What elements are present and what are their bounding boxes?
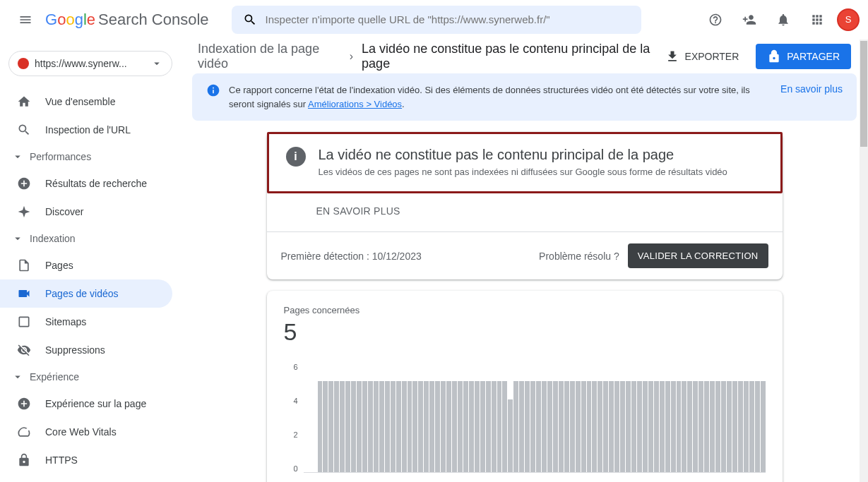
property-favicon — [18, 58, 29, 69]
nav-label: Sitemaps — [45, 316, 86, 327]
product-name: Search Console — [98, 11, 209, 29]
export-label: EXPORTER — [685, 51, 739, 62]
video-icon — [17, 287, 31, 301]
header-actions: S — [701, 6, 860, 34]
nav-label: Pages de vidéos — [45, 288, 119, 299]
download-icon — [665, 49, 679, 64]
chevron-down-icon — [11, 370, 24, 383]
nav-pages[interactable]: Pages — [0, 251, 172, 279]
chevron-down-icon — [11, 150, 24, 163]
section-indexation[interactable]: Indexation — [0, 226, 181, 251]
help-icon — [708, 13, 723, 27]
nav-label: Suppressions — [45, 344, 105, 356]
section-title: Expérience — [30, 371, 79, 382]
section-experience[interactable]: Expérience — [0, 364, 181, 390]
visibility-off-icon — [17, 343, 31, 357]
issue-learn-more[interactable]: EN SAVOIR PLUS — [316, 205, 400, 217]
chart-plot — [304, 363, 766, 473]
issue-card: i La vidéo ne constitue pas le contenu p… — [267, 132, 783, 279]
metric-label: Pages concernées — [284, 305, 766, 315]
home-icon — [17, 95, 31, 109]
apps-grid-icon — [810, 13, 824, 27]
app-header: Google Search Console S — [0, 0, 868, 40]
bell-icon — [776, 13, 790, 27]
nav-label: Expérience sur la page — [45, 398, 146, 409]
plus-circle-icon — [17, 397, 31, 411]
search-icon — [17, 123, 31, 137]
sidebar: https://www.synerw... Vue d'ensemble Ins… — [0, 40, 181, 482]
banner-link[interactable]: Améliorations > Vidéos — [308, 99, 402, 109]
resolved-text: Problème résolu ? — [539, 251, 619, 262]
page-icon — [17, 258, 31, 272]
nav-label: Vue d'ensemble — [45, 96, 115, 107]
section-title: Performances — [30, 151, 91, 162]
issue-header: i La vidéo ne constitue pas le contenu p… — [267, 132, 783, 193]
validate-button[interactable]: VALIDER LA CORRECTION — [628, 243, 768, 268]
property-url: https://www.synerw... — [35, 58, 150, 69]
chart: 6420 29/12/202309/01/202420/01/202431/01… — [284, 363, 766, 482]
sitemap-icon — [17, 315, 31, 329]
banner-learn-more[interactable]: En savoir plus — [780, 83, 843, 95]
chevron-down-icon — [11, 232, 24, 245]
speed-icon — [17, 425, 31, 439]
section-shopping[interactable]: Achats — [0, 474, 181, 482]
lock-icon — [17, 453, 31, 467]
nav-label: Core Web Vitals — [45, 426, 117, 438]
info-banner: Ce rapport concerne l'état de l'indexati… — [192, 73, 857, 121]
star-icon — [17, 205, 31, 219]
nav-video-pages[interactable]: Pages de vidéos — [0, 279, 172, 308]
nav-url-inspection[interactable]: Inspection de l'URL — [0, 116, 172, 144]
section-title: Indexation — [30, 233, 76, 244]
dropdown-icon — [150, 57, 163, 70]
nav-label: Inspection de l'URL — [45, 124, 131, 135]
share-label: PARTAGER — [787, 51, 840, 62]
info-icon — [206, 83, 220, 97]
nav-discover[interactable]: Discover — [0, 198, 172, 226]
menu-button[interactable] — [8, 3, 42, 37]
breadcrumb-bar: Indexation de la page vidéo › La vidéo n… — [181, 40, 868, 73]
people-icon — [742, 13, 756, 27]
breadcrumb-parent[interactable]: Indexation de la page vidéo — [198, 42, 341, 71]
chart-card: Pages concernées 5 6420 29/12/202309/01/… — [267, 291, 783, 482]
nav-label: Résultats de recherche — [45, 178, 147, 189]
nav-search-results[interactable]: Résultats de recherche — [0, 169, 172, 198]
google-icon — [17, 176, 31, 191]
main-content: Indexation de la page vidéo › La vidéo n… — [181, 40, 868, 482]
nav-core-web-vitals[interactable]: Core Web Vitals — [0, 418, 172, 446]
export-button[interactable]: EXPORTER — [657, 44, 748, 69]
nav-overview[interactable]: Vue d'ensemble — [0, 88, 172, 116]
breadcrumb-separator: › — [350, 50, 353, 63]
metric-value: 5 — [284, 318, 766, 346]
scrollbar-thumb[interactable] — [860, 41, 867, 147]
url-inspect-input[interactable] — [266, 13, 630, 25]
nav-sitemaps[interactable]: Sitemaps — [0, 308, 172, 336]
url-inspect-box[interactable] — [232, 6, 641, 34]
notifications-button[interactable] — [769, 6, 797, 34]
help-button[interactable] — [701, 6, 730, 34]
info-circle-icon: i — [286, 147, 306, 167]
nav-label: HTTPS — [45, 454, 78, 466]
nav-removals[interactable]: Suppressions — [0, 336, 172, 364]
issue-title: La vidéo ne constitue pas le contenu pri… — [319, 147, 727, 163]
section-performances[interactable]: Performances — [0, 144, 181, 169]
banner-text: Ce rapport concerne l'état de l'indexati… — [229, 83, 772, 111]
google-logo: Google — [45, 11, 95, 29]
nav-label: Discover — [45, 206, 83, 217]
detection-row: Première détection : 10/12/2023 Problème… — [267, 231, 783, 279]
apps-button[interactable] — [803, 6, 831, 34]
scrollbar[interactable] — [860, 40, 868, 482]
breadcrumb-current: La vidéo ne constitue pas le contenu pri… — [362, 42, 656, 71]
users-button[interactable] — [735, 6, 763, 34]
share-button[interactable]: PARTAGER — [756, 44, 851, 69]
hamburger-icon — [18, 13, 32, 27]
nav-page-experience[interactable]: Expérience sur la page — [0, 390, 172, 418]
account-avatar[interactable]: S — [837, 8, 860, 31]
lock-icon — [767, 49, 781, 64]
logo[interactable]: Google Search Console — [45, 11, 209, 29]
chart-y-axis: 6420 — [284, 363, 298, 473]
first-detection-text: Première détection : 10/12/2023 — [281, 251, 422, 262]
issue-description: Les vidéos de ces pages ne sont pas inde… — [319, 166, 727, 179]
nav-label: Pages — [45, 260, 73, 271]
nav-https[interactable]: HTTPS — [0, 446, 172, 474]
property-selector[interactable]: https://www.synerw... — [8, 51, 172, 76]
